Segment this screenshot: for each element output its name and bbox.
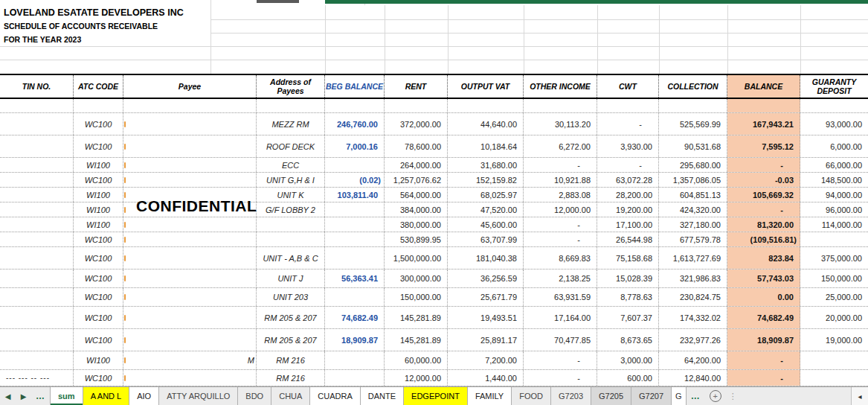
cell-other[interactable]: - [524,370,597,386]
cell-cwt[interactable]: 19,200.00 [597,202,659,217]
cell-tin[interactable] [0,202,74,217]
cell-addr[interactable]: ECC [257,158,325,172]
header-other-income[interactable]: OTHER INCOME [524,75,597,98]
sheet-tab-bdo[interactable]: BDO [237,387,271,405]
cell-beg[interactable] [325,217,385,232]
cell-beg[interactable] [325,232,385,246]
cell-payee[interactable] [123,370,257,386]
cell-cwt[interactable]: 3,000.00 [597,351,659,369]
cell-atc[interactable]: WC100 [74,270,123,287]
cell-tin[interactable] [0,270,74,287]
cell-cwt[interactable]: 3,930.00 [597,135,659,157]
cell-rent[interactable]: 150,000.00 [385,288,448,306]
cell-atc[interactable]: WC100 [74,370,123,386]
header-tin[interactable]: TIN NO. [0,75,74,98]
header-address[interactable]: Address of Payees [257,75,325,98]
cell-other[interactable]: 2,883.08 [524,188,597,202]
cell-cwt[interactable]: 17,100.00 [597,217,659,232]
cell-guar[interactable] [800,351,868,369]
sheet-tab-aio[interactable]: AIO [129,387,158,405]
cell-tin[interactable] [0,188,74,202]
cell-rent[interactable]: 264,000.00 [385,158,448,172]
cell-tin[interactable] [0,307,74,328]
cell-vat[interactable]: 25,671.79 [448,288,524,306]
cell-beg[interactable] [325,288,385,306]
add-sheet-button[interactable]: + [705,387,726,405]
cell-guar[interactable]: 66,000.00 [800,158,868,172]
sheet-tab-g[interactable]: G [671,387,687,405]
cell-addr[interactable]: RM 216 [257,370,325,386]
cell-other[interactable]: - [524,217,597,232]
schedule-title-cell[interactable]: SCHEDULE OF ACCOUNTS RECEIVABLE [4,20,158,33]
cell-beg[interactable]: 103,811.40 [325,188,385,202]
cell-bal[interactable]: 18,909.87 [727,329,800,351]
cell-payee[interactable] [123,217,257,232]
header-beg-balance[interactable]: BEG BALANCE [325,75,385,98]
cell-other[interactable]: 63,931.59 [524,288,597,306]
cell-rent[interactable]: 1,500,000.00 [385,247,448,269]
cell-tin[interactable] [0,351,74,369]
sheet-tab-family[interactable]: FAMILY [467,387,511,405]
cell-other[interactable]: - [524,351,597,369]
cell-rent[interactable]: 78,600.00 [385,135,448,157]
cell-beg[interactable] [325,247,385,269]
cell-rent[interactable]: 564,000.00 [385,188,448,202]
cell-bal[interactable]: - [727,158,800,172]
cell-guar[interactable]: 148,500.00 [800,173,868,187]
cell-vat[interactable]: 47,520.00 [448,202,524,217]
cell-atc[interactable]: WC100 [74,232,123,246]
cell-addr[interactable]: UNIT G,H & I [257,173,325,187]
cell-cwt[interactable]: 75,158.68 [597,247,659,269]
cell-bal[interactable]: - [727,370,800,386]
cell-vat[interactable]: 31,680.00 [448,158,524,172]
cell-tin[interactable] [0,217,74,232]
cell-rent[interactable]: 12,000.00 [385,370,448,386]
cell-coll[interactable]: 12,840.00 [659,370,727,386]
cell-atc[interactable]: WC100 [74,329,123,351]
sheet-tab-edgepoint[interactable]: EDGEPOINT [403,387,467,405]
cell-vat[interactable]: 10,184.64 [448,135,524,157]
cell-coll[interactable]: 295,680.00 [659,158,727,172]
cell-payee[interactable] [123,329,257,351]
cell-other[interactable]: 30,113.20 [524,113,597,135]
cell-atc[interactable]: WC100 [74,307,123,328]
cell-guar[interactable]: 20,000.00 [800,307,868,328]
header-rent[interactable]: RENT [385,75,448,98]
tabs-scroll-left-icon[interactable]: ◀ [0,387,16,405]
cell-bal[interactable]: - [727,351,800,369]
cell-beg[interactable]: (0.02) [325,173,385,187]
cell-payee[interactable] [123,270,257,287]
cell-cwt[interactable]: 8,778.63 [597,288,659,306]
cell-guar[interactable]: 94,000.00 [800,188,868,202]
header-payee[interactable]: Payee [123,75,257,98]
cell-atc[interactable]: WC100 [74,113,123,135]
cell-other[interactable]: - [524,232,597,246]
cell-payee[interactable] [123,158,257,172]
cell-coll[interactable]: 677,579.78 [659,232,727,246]
cell-guar[interactable] [800,370,868,386]
cell-atc[interactable]: WC100 [74,288,123,306]
cell-rent[interactable]: 384,000.00 [385,202,448,217]
cell-tin[interactable] [0,329,74,351]
cell-atc[interactable]: WC100 [74,247,123,269]
header-collection[interactable]: COLLECTION [659,75,727,98]
cell-guar[interactable]: 93,000.00 [800,113,868,135]
cell-addr[interactable]: G/F LOBBY 2 [257,202,325,217]
cell-atc[interactable]: WI100 [74,217,123,232]
cell-vat[interactable]: 19,493.51 [448,307,524,328]
cell-rent[interactable]: 1,257,076.62 [385,173,448,187]
cell-payee[interactable] [123,113,257,135]
cell-guar[interactable]: 25,000.00 [800,288,868,306]
cell-rent[interactable]: 380,000.00 [385,217,448,232]
header-cwt[interactable]: CWT [597,75,659,98]
cell-beg[interactable] [325,158,385,172]
hscroll-left-arrow[interactable]: ◂ [851,387,868,405]
cell-rent[interactable]: 145,281.89 [385,307,448,328]
header-balance[interactable]: BALANCE [727,75,800,98]
cell-bal[interactable]: 74,682.49 [727,307,800,328]
cell-beg[interactable]: 18,909.87 [325,329,385,351]
cell-tin[interactable] [0,158,74,172]
header-guaranty-deposit[interactable]: GUARANTY DEPOSIT [800,75,868,98]
sheet-tab-sum[interactable]: sum [50,387,83,405]
cell-coll[interactable]: 1,357,086.05 [659,173,727,187]
